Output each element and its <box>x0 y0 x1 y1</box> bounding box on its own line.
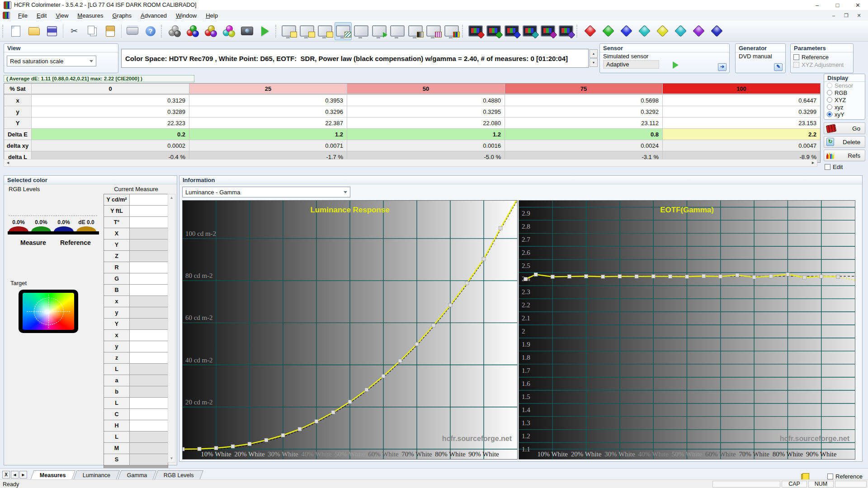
measure-row-value[interactable] <box>130 341 168 352</box>
next-sheet-button[interactable]: ► <box>19 471 27 479</box>
measure-row-value[interactable] <box>130 206 168 216</box>
display-option-rgb[interactable]: RGB <box>824 89 865 96</box>
measure-row-value[interactable] <box>130 454 168 465</box>
print-icon[interactable] <box>124 22 141 40</box>
view-selector[interactable]: Red saturation scale <box>7 56 96 66</box>
generator-config-icon[interactable]: ✎ <box>774 63 783 71</box>
display-option-xyz[interactable]: xyz <box>824 103 865 111</box>
refs-button[interactable]: Refs <box>824 150 865 161</box>
menu-file[interactable]: File <box>14 11 32 20</box>
gem-red-icon[interactable] <box>581 22 599 40</box>
measure-table-scrollbar[interactable]: ▲ ▼ <box>168 194 175 463</box>
menu-advanced[interactable]: Advanced <box>137 11 171 20</box>
gem-yellow-icon[interactable] <box>654 22 671 40</box>
edit-checkbox-box[interactable] <box>825 164 830 170</box>
color-monitor-blue-icon[interactable] <box>503 22 520 40</box>
scroll-down-button[interactable]: ▼ <box>168 455 175 462</box>
color-monitor-cyan-icon[interactable] <box>521 22 538 40</box>
tab-rgb-levels[interactable]: RGB Levels <box>154 470 203 480</box>
table-horizontal-scrollbar[interactable]: ◄ ► <box>4 159 817 167</box>
edit-checkbox[interactable]: Edit <box>825 164 843 170</box>
delete-button[interactable]: ↻Delete <box>824 136 865 148</box>
measure-row-value[interactable] <box>130 364 168 375</box>
display-option-xyy[interactable]: xyY <box>824 111 865 118</box>
open-file-icon[interactable] <box>25 22 42 40</box>
reference-checkbox-box[interactable] <box>827 474 833 479</box>
menu-view[interactable]: View <box>52 11 72 20</box>
monitor-plain-icon[interactable] <box>353 22 370 40</box>
radio-icon[interactable] <box>827 97 832 103</box>
sat-cell[interactable]: 23.153 <box>663 117 820 128</box>
measure-row-value[interactable] <box>130 307 168 318</box>
monitor-document-view-icon[interactable] <box>316 22 334 40</box>
gem-blue-icon[interactable] <box>618 22 635 40</box>
snapshot-camera-icon[interactable] <box>238 22 255 40</box>
sat-column-header-75[interactable]: 75 <box>505 84 662 94</box>
sat-cell[interactable]: 0.3295 <box>347 106 505 117</box>
tab-measures[interactable]: Measures <box>30 470 75 480</box>
tab-gamma[interactable]: Gamma <box>118 470 156 480</box>
menu-measures[interactable]: Measures <box>73 11 107 20</box>
sat-cell[interactable]: 0.5698 <box>505 95 662 106</box>
paste-icon[interactable] <box>102 22 119 40</box>
monitor-chart-icon[interactable] <box>335 22 352 40</box>
measure-row-value[interactable] <box>130 398 168 408</box>
parameter-checkbox-xyz-adjustment[interactable]: XYZ Adjustment <box>793 61 850 69</box>
cut-icon[interactable]: ✂ <box>66 22 83 40</box>
sat-column-header-0[interactable]: 0 <box>32 84 189 94</box>
sat-cell[interactable]: 0.3296 <box>189 106 347 117</box>
monitor-play-icon[interactable] <box>371 22 388 40</box>
save-file-icon[interactable] <box>43 22 61 40</box>
measure-row-value[interactable] <box>130 352 168 363</box>
measure-row-value[interactable] <box>130 319 168 329</box>
radio-icon[interactable] <box>827 104 832 110</box>
parameter-checkbox-reference[interactable]: Reference <box>793 53 850 61</box>
sat-cell[interactable]: 22.323 <box>32 117 189 128</box>
close-sheet-button[interactable]: X <box>2 471 10 479</box>
measure-row-value[interactable] <box>130 330 168 341</box>
sat-cell[interactable]: 0.3129 <box>32 95 189 106</box>
menu-window[interactable]: Window <box>172 11 201 20</box>
color-monitor-green-icon[interactable] <box>485 22 502 40</box>
menu-edit[interactable]: Edit <box>33 11 51 20</box>
measure-row-value[interactable] <box>130 285 168 296</box>
scroll-left-button[interactable]: ◄ <box>4 160 12 166</box>
mdi-minimize-button[interactable]: – <box>827 13 840 19</box>
sat-cell[interactable]: 0.2 <box>32 129 189 140</box>
checkbox-box[interactable] <box>793 54 799 60</box>
menu-graphs[interactable]: Graphs <box>108 11 136 20</box>
gem-violet-icon[interactable] <box>690 22 707 40</box>
measure-row-value[interactable] <box>130 239 168 250</box>
sat-cell[interactable]: 0.0047 <box>663 140 820 151</box>
sensor-configure-icon[interactable] <box>166 22 183 40</box>
sat-cell[interactable]: 0.0024 <box>505 140 662 151</box>
all-colors-measure-icon[interactable] <box>220 22 237 40</box>
new-document-icon[interactable] <box>7 22 24 40</box>
sat-cell[interactable]: 0.3299 <box>663 106 820 117</box>
sat-cell[interactable]: 0.0071 <box>189 140 347 151</box>
monitor-blank-icon[interactable] <box>389 22 406 40</box>
gem-cyan-icon[interactable] <box>672 22 689 40</box>
color-monitor-magenta-icon[interactable] <box>539 22 557 40</box>
sat-cell[interactable]: 23.112 <box>505 117 662 128</box>
measure-row-value[interactable] <box>130 386 168 397</box>
color-monitor-violet-icon[interactable] <box>557 22 575 40</box>
checkbox-box[interactable] <box>793 62 799 68</box>
spinner-up-button[interactable]: ▲ <box>590 49 598 58</box>
saturations-measure-icon[interactable] <box>202 22 219 40</box>
go-button[interactable]: Go <box>824 122 865 134</box>
sat-cell[interactable]: 22.080 <box>347 117 505 128</box>
sat-cell[interactable]: 0.0016 <box>347 140 505 151</box>
graph-type-selector[interactable]: Luminance - Gamma <box>182 187 350 197</box>
help-icon[interactable]: ? <box>142 22 159 40</box>
monitor-color-bars-icon[interactable] <box>443 22 460 40</box>
sat-cell[interactable]: 1.2 <box>189 129 347 140</box>
menu-help[interactable]: Help <box>202 11 222 20</box>
primaries-measure-icon[interactable] <box>184 22 201 40</box>
scroll-up-button[interactable]: ▲ <box>168 194 175 202</box>
monitor-document-icon[interactable] <box>280 22 297 40</box>
sat-column-header-50[interactable]: 50 <box>347 84 505 94</box>
monitor-gray-steps-icon[interactable] <box>407 22 424 40</box>
prev-sheet-button[interactable]: ◄ <box>11 471 19 479</box>
gem-navy-icon[interactable] <box>708 22 725 40</box>
